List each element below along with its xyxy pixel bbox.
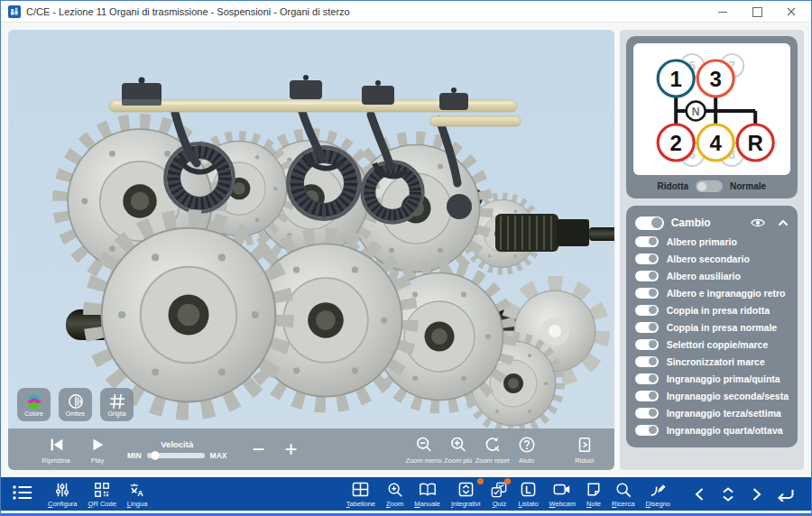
aiuto-label: Aiuto xyxy=(519,456,534,465)
3d-viewport[interactable]: Colore Ombre Griglia xyxy=(8,30,614,428)
lingua-button[interactable]: A Lingua xyxy=(127,481,148,508)
note-button[interactable]: Note xyxy=(586,481,601,508)
board-grid-icon xyxy=(352,481,369,499)
max-label: MAX xyxy=(210,451,227,460)
content-area: Colore Ombre Griglia xyxy=(1,23,811,477)
colore-button[interactable]: Colore xyxy=(17,388,51,421)
layer-row-albero-ingranaggio-retro: Albero e ingranaggio retro xyxy=(635,285,789,302)
layer-row-selettori-coppie-marce: Selettori coppie/marce xyxy=(635,336,789,354)
pen-draw-icon xyxy=(650,481,667,499)
menu-button[interactable] xyxy=(12,484,33,505)
quiz-button[interactable]: Quiz xyxy=(491,481,507,508)
ombre-label: Ombre xyxy=(66,410,85,417)
layer-toggle[interactable] xyxy=(635,356,659,367)
ricerca-button[interactable]: Ricerca xyxy=(612,481,634,508)
zoom-reset-button[interactable]: Zoom reset xyxy=(475,434,510,465)
layer-toggle[interactable] xyxy=(635,322,659,333)
layer-toggle[interactable] xyxy=(635,288,659,299)
listato-button[interactable]: Listato xyxy=(518,481,538,508)
notification-badge xyxy=(477,478,484,484)
playback-controlbar: Ripristina Play Velocità MIN MAX xyxy=(8,428,614,470)
slider-knob[interactable] xyxy=(151,451,160,460)
layer-row-albero-secondario: Albero secondario xyxy=(635,251,789,268)
layer-toggle[interactable] xyxy=(635,408,659,419)
riduci-label: Riduci xyxy=(575,456,594,465)
video-camera-icon xyxy=(553,481,571,499)
svg-text:1: 1 xyxy=(669,67,681,91)
sliders-icon xyxy=(54,481,70,499)
layer-row-albero-ausiliario: Albero ausiliario xyxy=(635,268,789,285)
cambio-toggle[interactable] xyxy=(635,217,664,230)
ripristina-label: Ripristina xyxy=(42,456,69,465)
shift-pattern-diagram[interactable]: 5 7 6 8 1 3 xyxy=(633,43,790,175)
zoom-meno-label: Zoom meno xyxy=(406,456,442,465)
zoom-in-button[interactable]: Zoom più xyxy=(441,434,475,465)
layer-toggle[interactable] xyxy=(635,391,659,401)
collapse-chevron-icon[interactable] xyxy=(778,219,789,226)
layers-card: Cambio Albero primario Albero secondario xyxy=(626,206,798,447)
ridotta-normale-toggle[interactable] xyxy=(696,180,723,192)
webcam-button[interactable]: Webcam xyxy=(549,481,576,508)
svg-text:N: N xyxy=(691,106,699,118)
visibility-eye-icon[interactable] xyxy=(751,217,765,228)
note-page-icon xyxy=(586,481,601,499)
layer-toggle[interactable] xyxy=(635,425,659,436)
ridotta-label: Ridotta xyxy=(658,181,688,191)
gearbox-3d-model xyxy=(8,30,614,428)
shift-pattern-card: 5 7 6 8 1 3 xyxy=(626,36,798,198)
play-label: Play xyxy=(91,456,105,465)
ripristina-button[interactable]: Ripristina xyxy=(35,434,77,465)
decrease-button[interactable]: − xyxy=(252,440,264,458)
integrativi-button[interactable]: Integrativi xyxy=(451,481,481,508)
griglia-button[interactable]: Griglia xyxy=(100,388,134,421)
letter-l-icon xyxy=(521,481,536,499)
maximize-button[interactable] xyxy=(752,6,762,17)
layer-toggle[interactable] xyxy=(635,305,659,316)
increase-button[interactable]: + xyxy=(285,440,298,458)
layer-toggle[interactable] xyxy=(635,373,659,384)
side-panel: 5 7 6 8 1 3 xyxy=(620,30,804,470)
svg-text:2: 2 xyxy=(669,131,681,155)
svg-text:R: R xyxy=(747,131,762,155)
layer-row-albero-primario: Albero primario xyxy=(635,234,789,251)
layer-row-ingranaggio-prima-quinta: Ingranaggio prima/quinta xyxy=(635,371,789,388)
layer-toggle[interactable] xyxy=(635,236,659,247)
search-icon xyxy=(615,481,632,499)
zoom-piu-label: Zoom più xyxy=(444,456,472,465)
layer-row-ingranaggio-terza-settima: Ingranaggio terza/settima xyxy=(635,405,789,422)
velocity-control: Velocità MIN MAX xyxy=(127,439,226,460)
griglia-label: Griglia xyxy=(107,410,125,417)
qr-code-button[interactable]: QR Code xyxy=(88,481,116,508)
minimize-button[interactable] xyxy=(717,6,728,17)
play-button[interactable]: Play xyxy=(77,434,118,465)
zoom-out-button[interactable]: Zoom meno xyxy=(407,434,441,465)
layer-toggle[interactable] xyxy=(635,253,659,264)
layer-toggle[interactable] xyxy=(635,339,659,350)
app-window: C/CE - Lezione 11 Organi di trasmissione… xyxy=(0,0,812,516)
layer-row-ingranaggio-quarta-ottava: Ingranaggio quarta/ottava xyxy=(635,422,789,439)
ombre-button[interactable]: Ombre xyxy=(59,388,92,421)
min-label: MIN xyxy=(127,451,142,460)
nav-next-button[interactable] xyxy=(743,487,771,502)
aiuto-button[interactable]: Aiuto xyxy=(510,434,544,465)
nav-updown-button[interactable] xyxy=(714,486,743,502)
shadow-sphere-icon xyxy=(68,392,84,410)
open-book-icon xyxy=(419,481,437,499)
velocita-label: Velocità xyxy=(161,439,193,449)
close-button[interactable] xyxy=(786,6,797,17)
velocity-slider[interactable] xyxy=(147,453,205,458)
layer-toggle[interactable] xyxy=(635,271,659,281)
zoom-button[interactable]: Zoom xyxy=(386,481,403,508)
translate-icon: A xyxy=(129,481,145,499)
zoom-reset-label: Zoom reset xyxy=(475,456,510,465)
layer-row-coppia-presa-ridotta: Coppia in presa ridotta xyxy=(635,302,789,319)
tabellone-button[interactable]: Tabellone xyxy=(346,481,375,508)
riduci-button[interactable]: Riduci xyxy=(567,434,602,465)
bottom-toolbar: Configura QR Code A Lingua Tabellone xyxy=(1,477,811,511)
notification-badge xyxy=(504,478,511,484)
nav-previous-button[interactable] xyxy=(685,487,714,502)
configura-button[interactable]: Configura xyxy=(48,481,78,508)
nav-return-button[interactable] xyxy=(771,487,800,502)
disegno-button[interactable]: Disegno xyxy=(645,481,670,508)
manuale-button[interactable]: Manuale xyxy=(414,481,440,508)
